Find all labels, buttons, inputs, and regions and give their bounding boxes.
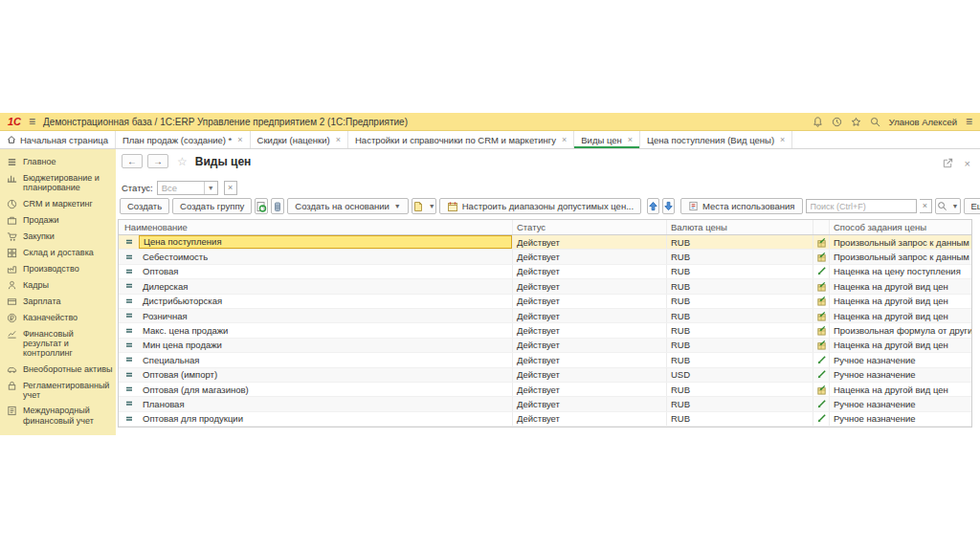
sidebar-item-sales[interactable]: Продажи	[0, 212, 116, 229]
favorite-star-icon[interactable]: ☆	[177, 155, 188, 168]
sidebar-item-purchases[interactable]: Закупки	[0, 229, 116, 245]
create-based-on-button[interactable]: Создать на основании▼	[287, 198, 409, 214]
cell-method: Произвольный запрос к данным ИБ	[829, 250, 971, 263]
column-header-method[interactable]: Способ задания цены	[829, 220, 971, 234]
current-user[interactable]: Уланов Алексей	[889, 117, 957, 127]
table-row[interactable]: Себестоимость Действует RUB Произвольный…	[119, 250, 971, 264]
move-down-button[interactable]	[662, 198, 675, 214]
table-row[interactable]: Мин цена продажи Действует RUB Наценка н…	[119, 339, 971, 353]
cell-method: Наценка на другой вид цен	[829, 309, 971, 322]
table-row[interactable]: Оптовая для продукции Действует RUB Ручн…	[119, 412, 971, 427]
table-row[interactable]: Плановая Действует RUB Ручное назначение	[119, 397, 971, 411]
sidebar-label: Регламентированный учет	[23, 381, 113, 401]
table-row[interactable]: Розничная Действует RUB Наценка на друго…	[119, 309, 971, 323]
sidebar-label: Продажи	[23, 215, 59, 225]
search-input[interactable]	[806, 199, 917, 213]
cell-name: Мин цена продажи	[139, 340, 512, 350]
status-filter-clear-button[interactable]: ×	[224, 181, 237, 195]
app-window: 1С ≡ Демонстрационная база / 1С:ERP Упра…	[0, 113, 980, 440]
item-handle-icon	[119, 356, 139, 363]
item-handle-icon	[119, 341, 139, 349]
column-header-method-icon	[813, 220, 829, 234]
table-row[interactable]: Оптовая Действует RUB Наценка на цену по…	[119, 265, 971, 279]
form-close-icon[interactable]: ×	[965, 158, 970, 169]
column-header-status[interactable]: Статус	[512, 220, 666, 234]
favorites-star-icon[interactable]	[851, 117, 861, 127]
tab-crm-settings[interactable]: Настройки и справочники по CRM и маркети…	[348, 131, 574, 148]
global-search-icon[interactable]	[870, 117, 880, 127]
cell-currency: RUB	[666, 353, 813, 366]
tab-discounts[interactable]: Скидки (наценки)×	[251, 131, 348, 148]
cell-status: Действует	[512, 295, 666, 308]
chevron-down-icon[interactable]: ▼	[204, 182, 217, 194]
table-row[interactable]: Дилерская Действует RUB Наценка на друго…	[119, 279, 971, 294]
tab-home[interactable]: Начальная страница	[0, 131, 116, 148]
sidebar-label: CRM и маркетинг	[23, 199, 93, 209]
nav-back-button[interactable]: ←	[122, 154, 143, 168]
table-row[interactable]: Оптовая (для магазинов) Действует RUB На…	[119, 383, 971, 397]
create-group-button[interactable]: Создать группу	[172, 198, 252, 214]
sidebar-item-warehouse[interactable]: Склад и доставка	[0, 245, 116, 261]
notifications-bell-icon[interactable]	[813, 117, 823, 127]
create-button[interactable]: Создать	[120, 198, 169, 214]
sidebar-item-main[interactable]: Главное	[0, 154, 116, 170]
tab-label: Начальная страница	[20, 135, 108, 145]
nav-forward-button[interactable]: →	[147, 154, 168, 168]
cell-status: Действует	[512, 279, 666, 293]
document-actions-button[interactable]: ▼	[412, 198, 436, 214]
cell-currency: USD	[666, 368, 813, 382]
main-menu-icon[interactable]: ≡	[29, 115, 35, 128]
sidebar-item-crm[interactable]: CRM и маркетинг	[0, 196, 116, 212]
sidebar-item-hr[interactable]: Кадры	[0, 277, 116, 294]
delete-mark-button[interactable]	[271, 198, 284, 214]
tab-sales-plan[interactable]: План продаж (создание) *×	[116, 131, 251, 148]
table-row[interactable]: Оптовая (импорт) Действует USD Ручное на…	[119, 368, 971, 383]
price-method-icon	[813, 383, 829, 396]
more-button[interactable]: Еще▼	[964, 198, 980, 214]
tab-close-icon[interactable]: ×	[562, 135, 567, 144]
usage-places-button[interactable]: Места использования	[680, 198, 802, 214]
search-clear-button[interactable]: ×	[920, 199, 932, 213]
ifrs-icon	[7, 406, 17, 416]
history-icon[interactable]	[832, 117, 842, 127]
detach-window-icon[interactable]	[943, 155, 953, 172]
column-header-currency[interactable]: Валюта цены	[666, 220, 813, 234]
table-row[interactable]: Цена поступления Действует RUB Произволь…	[119, 235, 971, 250]
chevron-down-icon: ▼	[394, 203, 401, 209]
budget-icon	[7, 173, 17, 184]
tab-close-icon[interactable]: ×	[780, 135, 785, 144]
sidebar-item-noncurrent-assets[interactable]: Внеоборотные активы	[0, 362, 116, 378]
tab-receipt-price[interactable]: Цена поступления (Вид цены)×	[640, 131, 792, 148]
sidebar-item-budgeting[interactable]: Бюджетирование и планирование	[0, 170, 116, 196]
tab-close-icon[interactable]: ×	[237, 135, 242, 144]
configure-price-ranges-button[interactable]: Настроить диапазоны допустимых цен...	[439, 198, 641, 214]
sidebar-item-finance-result[interactable]: Финансовый результат и контроллинг	[0, 326, 116, 362]
tab-bar: Начальная страница План продаж (создание…	[0, 131, 980, 149]
status-filter-combobox[interactable]: Все ▼	[157, 181, 218, 195]
document-icon	[412, 201, 424, 212]
item-handle-icon	[119, 297, 139, 305]
search-options-button[interactable]: ▼	[935, 198, 961, 214]
search-icon	[937, 201, 947, 211]
column-header-name[interactable]: Наименование	[119, 222, 512, 232]
sidebar-label: Казначейство	[23, 313, 78, 322]
sidebar-item-ifrs[interactable]: Международный финансовый учет	[0, 403, 116, 428]
cell-status: Действует	[512, 383, 666, 396]
move-up-button[interactable]	[647, 198, 659, 214]
tab-price-types[interactable]: Виды цен×	[574, 131, 640, 148]
sidebar-item-treasury[interactable]: Казначейство	[0, 310, 116, 326]
cell-method: Произвольный запрос к данным ИБ	[829, 235, 971, 249]
table-row[interactable]: Специальная Действует RUB Ручное назначе…	[119, 353, 971, 367]
tab-close-icon[interactable]: ×	[628, 135, 633, 144]
sidebar-item-regulated-accounting[interactable]: Регламентированный учет	[0, 378, 116, 404]
copy-item-button[interactable]	[255, 198, 268, 214]
sidebar-label: Закупки	[23, 231, 55, 241]
table-row[interactable]: Дистрибьюторская Действует RUB Наценка н…	[119, 295, 971, 309]
service-menu-icon[interactable]: ≡	[966, 115, 972, 128]
tab-close-icon[interactable]: ×	[336, 135, 341, 144]
table-row[interactable]: Макс. цена продажи Действует RUB Произво…	[119, 323, 971, 338]
sidebar-item-salary[interactable]: Зарплата	[0, 294, 116, 310]
menu-icon	[7, 157, 17, 167]
cell-name: Плановая	[139, 399, 512, 409]
sidebar-item-production[interactable]: Производство	[0, 261, 116, 277]
